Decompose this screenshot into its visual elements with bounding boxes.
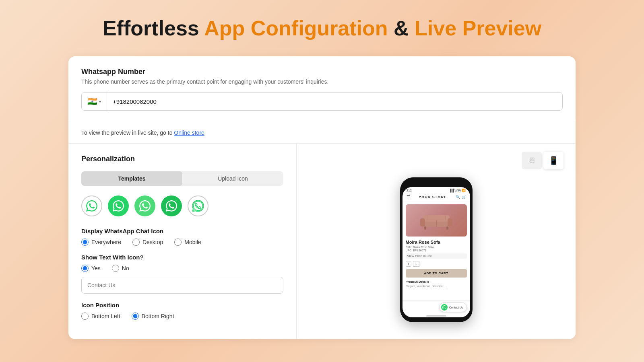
- contact-us-label: Contact Us: [449, 306, 463, 309]
- search-icon: 🔍: [456, 195, 460, 199]
- qty-value: 1: [413, 261, 419, 267]
- preview-panel: 🖥 📱 212 ▐▐ WiFi 📶 ☰: [297, 144, 576, 339]
- radio-bottom-left-label: Bottom Left: [91, 313, 120, 319]
- product-sku: SKU: Moira Rose Sofa: [406, 246, 467, 249]
- icon-template-1[interactable]: [81, 195, 102, 216]
- preview-link-text: To view the preview in live site, go to: [81, 130, 174, 136]
- radio-desktop-label: Desktop: [142, 239, 163, 245]
- tab-templates[interactable]: Templates: [81, 171, 182, 186]
- menu-icon: ☰: [407, 195, 410, 199]
- phone-mockup: 212 ▐▐ WiFi 📶 ☰ YOUR STORE 🔍 🛒: [400, 177, 473, 322]
- phone-screen: 212 ▐▐ WiFi 📶 ☰ YOUR STORE 🔍 🛒: [402, 187, 470, 317]
- product-price: View Price in List: [406, 253, 467, 259]
- radio-desktop[interactable]: Desktop: [132, 239, 163, 246]
- flag-emoji: 🇮🇳: [87, 97, 97, 106]
- phone-time: 212: [407, 189, 412, 192]
- radio-yes[interactable]: Yes: [81, 265, 101, 272]
- radio-everywhere-label: Everywhere: [91, 239, 121, 245]
- svg-rect-5: [446, 226, 448, 230]
- title-part1: Effortless: [103, 16, 204, 40]
- phone-input-row: 🇮🇳 ▾: [81, 92, 563, 111]
- cart-icon: 🛒: [462, 195, 466, 199]
- qty-row: + 1: [406, 261, 467, 267]
- panel-title: Personalization: [81, 155, 283, 163]
- contact-text-input[interactable]: [81, 277, 283, 294]
- title-part4: Live Preview: [415, 16, 541, 40]
- main-container: Whatsapp Number This phone number serves…: [68, 56, 576, 339]
- radio-yes-input[interactable]: [81, 265, 89, 272]
- product-name: Moira Rose Sofa: [406, 240, 467, 245]
- add-to-cart-btn[interactable]: ADD TO CART: [406, 269, 467, 278]
- phone-status-bar: 212 ▐▐ WiFi 📶: [402, 187, 470, 193]
- sofa-image: [406, 204, 467, 237]
- title-part2: App Configuration: [204, 16, 388, 40]
- phone-notch: [424, 182, 448, 185]
- svg-rect-4: [424, 226, 426, 230]
- position-section: Icon Position Bottom Left Bottom Right: [81, 302, 283, 320]
- flag-select[interactable]: 🇮🇳 ▾: [82, 93, 107, 110]
- tab-upload-icon[interactable]: Upload Icon: [182, 171, 283, 186]
- svg-rect-2: [420, 218, 425, 226]
- page-title: Effortless App Configuration & Live Prev…: [103, 16, 541, 40]
- home-bar: [426, 315, 446, 317]
- monitor-icon: 🖥: [528, 156, 536, 165]
- icon-template-4[interactable]: [161, 195, 182, 216]
- radio-yes-label: Yes: [91, 265, 101, 272]
- show-text-radio-row: Yes No: [81, 265, 283, 272]
- radio-bottom-right[interactable]: Bottom Right: [132, 313, 174, 320]
- show-text-title: Show Text With Icon?: [81, 254, 283, 261]
- radio-desktop-input[interactable]: [132, 239, 140, 246]
- radio-everywhere-input[interactable]: [81, 239, 89, 246]
- icon-templates-row: [81, 195, 283, 216]
- whatsapp-section-title: Whatsapp Number: [81, 68, 563, 76]
- qty-minus-btn[interactable]: +: [406, 261, 411, 267]
- icon-template-2[interactable]: [108, 195, 129, 216]
- title-part3: &: [388, 16, 415, 40]
- display-section: Display WhatsApp Chat Icon Everywhere De…: [81, 228, 283, 246]
- mobile-icon: 📱: [549, 156, 559, 165]
- phone-bottom-bar: Contact Us: [402, 300, 470, 314]
- online-store-link[interactable]: Online store: [174, 130, 204, 136]
- product-upc: UPC: EFS26071: [406, 249, 467, 252]
- device-toggle-row: 🖥 📱: [522, 152, 564, 169]
- wa-small-icon: [441, 304, 448, 311]
- radio-bottom-left-input[interactable]: [81, 313, 89, 320]
- display-section-title: Display WhatsApp Chat Icon: [81, 228, 283, 234]
- radio-no-input[interactable]: [112, 265, 119, 272]
- whatsapp-section: Whatsapp Number This phone number serves…: [68, 56, 576, 122]
- radio-everywhere[interactable]: Everywhere: [81, 239, 121, 246]
- phone-store-header: ☰ YOUR STORE 🔍 🛒: [402, 193, 470, 201]
- radio-no-label: No: [122, 265, 129, 272]
- position-section-title: Icon Position: [81, 302, 283, 309]
- radio-mobile-label: Mobile: [184, 239, 201, 245]
- whatsapp-section-desc: This phone number serves as the primary …: [81, 78, 563, 85]
- radio-bottom-right-label: Bottom Right: [142, 313, 174, 319]
- store-icons: 🔍 🛒: [456, 195, 466, 199]
- desktop-preview-btn[interactable]: 🖥: [522, 152, 542, 169]
- product-details-text: Elegant, voluptuous, decadent....: [406, 285, 467, 288]
- chevron-down-icon: ▾: [99, 99, 101, 104]
- store-name: YOUR STORE: [419, 195, 446, 199]
- display-radio-row: Everywhere Desktop Mobile: [81, 239, 283, 246]
- personalization-panel: Personalization Templates Upload Icon: [68, 144, 297, 339]
- phone-product-content: Moira Rose Sofa SKU: Moira Rose Sofa UPC…: [402, 201, 470, 300]
- contact-us-chip[interactable]: Contact Us: [439, 302, 467, 312]
- show-text-section: Show Text With Icon? Yes No: [81, 254, 283, 294]
- radio-mobile[interactable]: Mobile: [174, 239, 201, 246]
- icon-template-5[interactable]: [188, 195, 208, 216]
- phone-status-icons: ▐▐ WiFi 📶: [449, 189, 466, 192]
- radio-bottom-left[interactable]: Bottom Left: [81, 313, 120, 320]
- product-details-label: Prodcut Details: [406, 280, 467, 284]
- bottom-panels: Personalization Templates Upload Icon: [68, 144, 576, 339]
- preview-link-bar: To view the preview in live site, go to …: [68, 122, 576, 144]
- radio-no[interactable]: No: [112, 265, 129, 272]
- radio-mobile-input[interactable]: [174, 239, 182, 246]
- radio-bottom-right-input[interactable]: [132, 313, 139, 320]
- position-radio-row: Bottom Left Bottom Right: [81, 313, 283, 320]
- mobile-preview-btn[interactable]: 📱: [543, 152, 564, 169]
- phone-number-input[interactable]: [107, 94, 562, 109]
- tab-row: Templates Upload Icon: [81, 171, 283, 186]
- icon-template-3[interactable]: [134, 195, 155, 216]
- svg-rect-3: [448, 218, 452, 226]
